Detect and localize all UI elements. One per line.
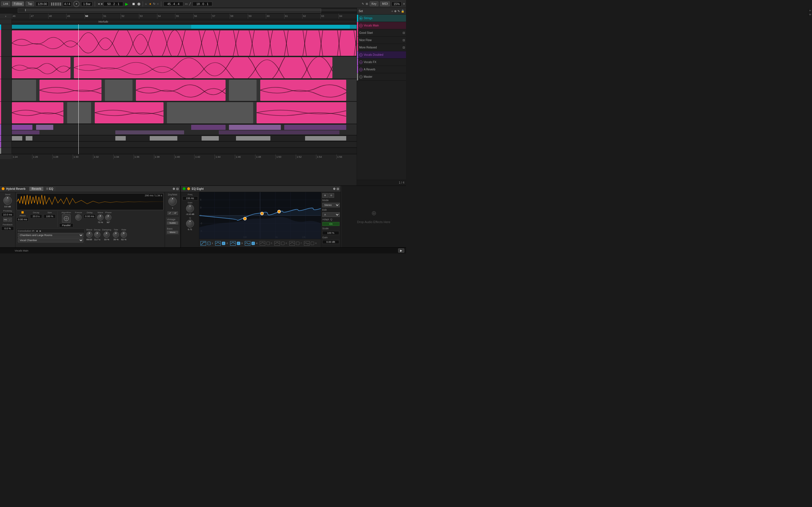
minimap[interactable] xyxy=(0,8,357,13)
follow-toggle[interactable]: ↻ xyxy=(153,2,155,5)
record-button[interactable]: ⬤ xyxy=(137,2,140,5)
phase-knob[interactable] xyxy=(105,214,111,221)
position2-display[interactable]: 45 . 4 . 4 xyxy=(163,2,183,6)
reverb-tab-eq[interactable]: EQ xyxy=(44,187,55,191)
band4-filter-btn[interactable] xyxy=(245,241,250,245)
drop-zone[interactable]: ⊕ Drop Audio Effects Here xyxy=(341,186,406,247)
time-sig-display[interactable]: 4 / 4 xyxy=(63,2,71,6)
band1-checkbox[interactable]: ✓ xyxy=(207,242,211,245)
more-relaxed-clip2[interactable] xyxy=(95,102,164,123)
eq-power-btn[interactable] xyxy=(183,187,186,190)
vocals-main-play-btn[interactable]: ● xyxy=(359,24,363,27)
bar-count-display[interactable]: 18 . 0 . 1 xyxy=(193,2,212,6)
vfx-c2[interactable] xyxy=(26,136,33,140)
vd-row2-clip3[interactable] xyxy=(219,130,340,134)
sync-btn[interactable]: ♩ xyxy=(8,218,12,222)
bass-value[interactable]: Mono xyxy=(167,231,178,234)
key-button[interactable]: Key xyxy=(370,1,378,6)
eq-canvas[interactable]: 6 3 0 -3 -6 100 1k 10k xyxy=(199,192,321,239)
algorithm-btn[interactable] xyxy=(62,214,70,223)
drywet-knob[interactable] xyxy=(168,197,177,206)
eq-settings-btn[interactable]: ⚙ xyxy=(333,187,336,190)
ir-preset-select[interactable]: Vocal Chamber xyxy=(18,238,84,242)
nice-flow-clip1[interactable] xyxy=(40,80,101,101)
reverb-power-btn[interactable] xyxy=(2,187,4,190)
good-start-clip2[interactable] xyxy=(74,57,333,78)
band6-filter-btn[interactable] xyxy=(274,241,280,245)
ir-type-select[interactable]: Chambers and Large Rooms xyxy=(18,233,84,237)
panel-circle-btn2[interactable]: ⊕ xyxy=(394,10,396,13)
freeze-knob[interactable] xyxy=(75,214,82,221)
size-value[interactable]: 100 % xyxy=(44,214,56,218)
mode-select[interactable]: Stereo xyxy=(322,203,340,207)
send-knob[interactable] xyxy=(3,196,12,205)
punch-button[interactable]: ○ xyxy=(157,2,159,5)
vocals-doubled-play-btn[interactable]: ● xyxy=(359,53,363,57)
adapt-q-value[interactable]: On xyxy=(322,222,340,226)
midi-button[interactable]: MIDI xyxy=(380,1,390,6)
good-start-clip1[interactable] xyxy=(12,57,70,78)
back-button[interactable]: ◄ xyxy=(149,2,151,5)
stop-button[interactable]: ■ xyxy=(131,1,137,7)
eq-play-btn[interactable] xyxy=(187,187,190,190)
vd-clip5[interactable] xyxy=(284,125,346,130)
panel-pencil-btn[interactable]: ✎ xyxy=(398,10,400,13)
grid-icon[interactable]: ⊞ xyxy=(366,2,368,5)
right-track-more-relaxed[interactable]: More Relaxed ⊡ xyxy=(357,44,406,51)
vd-clip2[interactable] xyxy=(36,125,53,130)
nice-flow-gray3[interactable] xyxy=(229,80,257,101)
nice-flow-clip3[interactable] xyxy=(260,80,347,101)
bpm-display[interactable]: 129.00 xyxy=(36,2,49,6)
eq-gain-knob[interactable] xyxy=(186,205,194,212)
feedback-value[interactable]: 0.0 % xyxy=(1,226,14,230)
vocals-main-content[interactable] xyxy=(12,30,357,56)
band2-filter-btn[interactable] xyxy=(215,241,221,245)
master-content[interactable] xyxy=(12,148,357,154)
band6-checkbox[interactable] xyxy=(281,242,285,245)
vfx-c6[interactable] xyxy=(236,136,270,140)
lp-btn[interactable]: LP xyxy=(167,212,172,215)
position-display[interactable]: 50 . 2 . 1 xyxy=(103,2,123,6)
strings-clip2[interactable] xyxy=(191,25,350,29)
right-track-vocals-main[interactable]: ● Vocals Main xyxy=(357,22,406,29)
vd-clip1[interactable] xyxy=(12,125,33,130)
ir-next-btn[interactable]: ► xyxy=(39,230,42,232)
band5-filter-btn[interactable] xyxy=(260,241,265,245)
vocals-fx-play-btn[interactable]: ● xyxy=(359,61,363,64)
reverb-eq-checkbox[interactable] xyxy=(46,187,49,190)
more-relaxed-clip3[interactable] xyxy=(257,102,346,123)
eq-btn1[interactable]: ⊞ xyxy=(322,193,328,198)
loop-toggle[interactable]: ⌂ xyxy=(145,2,147,5)
band3-filter-btn[interactable] xyxy=(230,241,236,245)
gain2-value[interactable]: 0.00 dB xyxy=(322,240,339,244)
band3-checkbox[interactable]: ✓ xyxy=(237,242,240,245)
damping-knob[interactable] xyxy=(103,231,110,238)
panel-lock-btn[interactable]: 🔒 xyxy=(401,10,404,13)
decay-value[interactable]: 20.0 s xyxy=(30,214,42,218)
zoom-display[interactable]: 15% xyxy=(392,2,402,6)
good-start-content[interactable] xyxy=(12,57,357,79)
nice-flow-gray2[interactable] xyxy=(105,80,133,101)
band7-filter-btn[interactable] xyxy=(289,241,295,245)
more-relaxed-content[interactable] xyxy=(12,102,357,124)
vocals-doubled-content[interactable] xyxy=(12,124,357,135)
ir-prev-btn[interactable]: ◄ xyxy=(36,230,38,232)
right-track-good-start[interactable]: Good Start ⊡ xyxy=(357,29,406,37)
vocals-fx-content[interactable] xyxy=(12,135,357,142)
predelay-value[interactable]: 10.0 ms xyxy=(1,213,14,217)
right-track-vocals-fx[interactable]: ● Vocals FX xyxy=(357,59,406,66)
vfx-c3[interactable] xyxy=(115,136,126,140)
loop-len-display[interactable]: 1 Bar xyxy=(81,2,93,6)
bottom-play-btn[interactable]: ▶ xyxy=(398,248,404,252)
band7-checkbox[interactable] xyxy=(296,242,299,245)
a-reverb-play-btn[interactable]: ● xyxy=(359,68,363,71)
nice-flow-gray1[interactable] xyxy=(12,80,36,101)
right-track-a-reverb[interactable]: ● A Reverb xyxy=(357,66,406,73)
more-relaxed-clip1[interactable] xyxy=(12,102,63,123)
band5-checkbox[interactable] xyxy=(266,242,270,245)
vintage-value[interactable]: Subtle xyxy=(167,221,178,224)
attack-value[interactable]: 0.00 ms xyxy=(17,217,29,221)
follow-button[interactable]: Follow xyxy=(12,1,24,6)
metronome-button[interactable]: ● xyxy=(73,1,80,7)
right-track-vocals-doubled[interactable]: ● Vocals Doubled xyxy=(357,51,406,59)
